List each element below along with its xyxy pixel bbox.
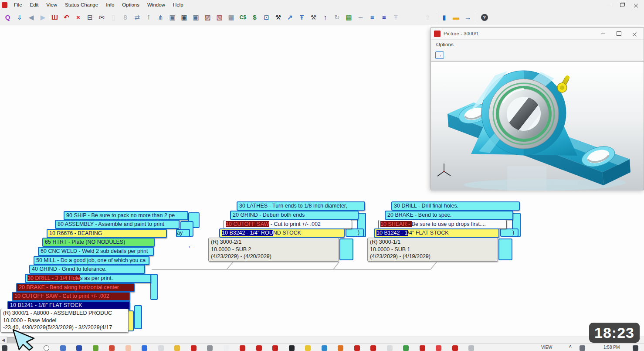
taskbar-app-icon[interactable]	[191, 345, 197, 351]
menu-window[interactable]: Window	[143, 2, 169, 7]
key-icon[interactable]: 8	[119, 12, 131, 23]
operation-card[interactable]: 40 GRIND - Grind to tolerance.	[29, 265, 145, 274]
outline-alt-icon[interactable]: ≡	[378, 12, 390, 23]
horizontal-scrollbar[interactable]: ◀	[0, 336, 644, 344]
taskbar-app-icon[interactable]	[272, 345, 278, 351]
taskbar-app-icon[interactable]	[109, 345, 115, 351]
operation-card[interactable]: 30 DRILL - 3 1/4 Holes as per print.	[25, 274, 151, 283]
help-icon[interactable]: ?	[478, 12, 490, 23]
tray-clock[interactable]: 1:58 PM	[603, 345, 620, 350]
notification-icon[interactable]	[633, 345, 638, 351]
chart-icon[interactable]: ↗	[284, 12, 296, 23]
notebook-icon[interactable]: ▤	[343, 12, 355, 23]
print-icon[interactable]: ⊟	[84, 12, 96, 23]
arrow-up-icon[interactable]: ↑	[319, 12, 331, 23]
minimize-icon[interactable]	[607, 5, 610, 5]
menu-edit[interactable]: Edit	[26, 2, 43, 7]
picture-window-titlebar[interactable]: Picture - 3000/1	[431, 28, 644, 40]
operation-card[interactable]: 10 R6676 - BEARING	[47, 229, 167, 238]
refresh-icon[interactable]: ↻	[331, 12, 343, 23]
taskbar-app-icon[interactable]	[370, 345, 376, 351]
taskbar-app-icon[interactable]	[403, 345, 409, 351]
undo-icon[interactable]: ↶	[61, 12, 72, 23]
taskbar-app-icon[interactable]	[354, 345, 360, 351]
operation-card[interactable]: 50 MILL - Do a good job, one of which yo…	[34, 256, 149, 265]
taskbar-app-icon[interactable]	[387, 345, 393, 351]
new-window-icon[interactable]: ▮	[438, 12, 450, 23]
menu-status-change[interactable]: Status Change	[61, 2, 102, 7]
picture-minimize-icon[interactable]	[601, 34, 605, 34]
menu-help[interactable]: Help	[169, 2, 187, 7]
node-edit-icon[interactable]: ▣	[178, 12, 190, 23]
taskbar-app-icon[interactable]	[224, 345, 229, 351]
back-icon[interactable]: ◀	[25, 12, 37, 23]
operation-card[interactable]: 10 CUTOFF SAW - Cut to print +/- .002	[12, 292, 130, 301]
restore-icon[interactable]	[620, 3, 624, 7]
picture-close-icon[interactable]	[633, 32, 637, 36]
operation-card[interactable]: 80 ASSEMBLY - Assemble and paint to prin…	[55, 220, 180, 229]
filter-icon[interactable]: Ŧ	[296, 12, 308, 23]
taskbar-app-icon[interactable]	[305, 345, 311, 351]
picture-options-menu[interactable]: Options	[431, 42, 459, 47]
menu-view[interactable]: View	[42, 2, 61, 7]
document-search-icon[interactable]: ⊡	[261, 12, 272, 23]
menu-info[interactable]: Info	[102, 2, 118, 7]
part-info-card[interactable]: (R) 3000-1/110.0000 - SUB 1(4/23/2029) -…	[367, 238, 498, 262]
forward-icon[interactable]: ▶	[37, 12, 49, 23]
operation-card[interactable]: 30 DRILL - Drill final holes.	[391, 201, 520, 211]
dollar-icon[interactable]: $	[249, 12, 261, 23]
operation-card[interactable]: 20 GRIND - Deburr both ends	[230, 211, 359, 220]
node-view-icon[interactable]: ▣	[166, 12, 178, 23]
taskbar-app-icon[interactable]	[322, 345, 327, 351]
menu-options[interactable]: Options	[118, 2, 143, 7]
paste-icon[interactable]: ▯	[108, 12, 119, 23]
taskbar-app-icon[interactable]	[60, 345, 66, 351]
export-picture-icon[interactable]: →	[435, 51, 444, 59]
part-info-card[interactable]: (R) 3000-2/110.0000 - SUB 2(4/23/2029) -…	[208, 238, 339, 262]
open-folder-icon[interactable]: ▬	[450, 12, 462, 23]
operation-card[interactable]: 60 CNC WELD - Weld 2 sub details per pri…	[38, 247, 154, 256]
taskbar-app-icon[interactable]	[420, 345, 425, 351]
taskbar-app-icon[interactable]	[142, 345, 147, 351]
taskbar-app-icon[interactable]	[174, 345, 180, 351]
paperclip-icon[interactable]: ∽	[355, 12, 366, 23]
checkout-icon[interactable]: ⇄	[131, 12, 143, 23]
outline-icon[interactable]: ≡	[366, 12, 378, 23]
node-block-icon[interactable]: ▨	[202, 12, 214, 23]
tray-icon[interactable]	[580, 345, 585, 351]
taskbar-app-icon[interactable]	[158, 345, 164, 351]
taskbar-app-icon[interactable]	[468, 345, 474, 351]
taskbar-app-icon[interactable]	[452, 345, 458, 351]
cost-icon[interactable]: C$	[237, 12, 249, 23]
taskbar-app-icon[interactable]	[338, 345, 343, 351]
filter-off-icon[interactable]: Ŧ	[390, 12, 402, 23]
operation-card[interactable]: 90 SHIP - Be sure to pack no more than 2…	[64, 211, 188, 220]
taskbar-app-icon[interactable]	[436, 345, 441, 351]
table-icon[interactable]: ▦	[225, 12, 237, 23]
taskbar-app-icon[interactable]	[256, 345, 262, 351]
operation-card[interactable]: 20 BRAKE - Bend to spec.	[385, 211, 513, 220]
exit-app-icon[interactable]: →	[462, 12, 474, 23]
operation-card[interactable]: 10 B1242 - 1/4" FLAT STOCK	[374, 228, 499, 238]
operation-card[interactable]: 10 SHEAR - Be sure to use up drops first…	[378, 220, 507, 229]
send-up-icon[interactable]: ⇧	[422, 12, 434, 23]
flow-icon[interactable]: ⋔	[155, 12, 166, 23]
taskbar-app-icon[interactable]	[240, 345, 245, 351]
hammer-icon[interactable]: ⚒	[308, 12, 319, 23]
tray-caret-icon[interactable]: ^	[569, 345, 572, 350]
taskbar-app-icon[interactable]	[207, 345, 213, 351]
tools-icon[interactable]: ⚒	[272, 12, 284, 23]
delete-icon[interactable]: Ш	[49, 12, 61, 23]
operation-card[interactable]: 30 LATHES - Turn ends to 1/8 inch diamet…	[237, 201, 365, 211]
picture-maximize-icon[interactable]	[617, 31, 621, 36]
start-button-icon[interactable]	[2, 345, 7, 351]
operation-card[interactable]: 20 BRAKE - Bend along horizontal center	[16, 283, 135, 292]
operation-card[interactable]: 10 CUTOFF SAW - Cut to print +/- .002	[224, 220, 352, 229]
3d-viewport[interactable]	[431, 61, 644, 191]
open-document-icon[interactable]: ⇓	[14, 12, 25, 23]
taskbar-app-icon[interactable]	[76, 345, 82, 351]
cancel-icon[interactable]: ×	[72, 12, 84, 23]
node-delete-icon[interactable]: ▧	[214, 12, 225, 23]
taskbar-app-icon[interactable]	[44, 345, 49, 351]
close-icon[interactable]	[634, 3, 638, 7]
